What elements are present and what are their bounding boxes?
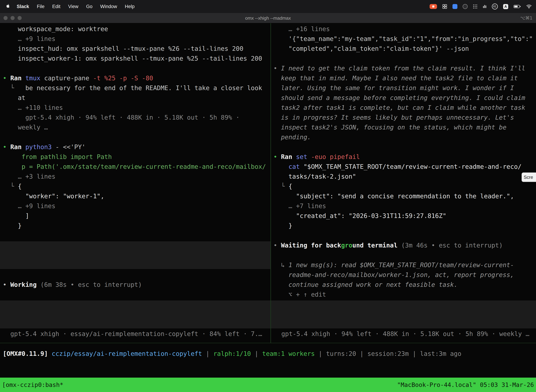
terminal-line: } bbox=[273, 221, 536, 231]
terminal-line: … +9 lines bbox=[3, 34, 270, 44]
text-segment: capture-pane bbox=[44, 75, 93, 82]
window-grid-icon[interactable] bbox=[442, 4, 447, 9]
terminal-line: gpt-5.4 xhigh · 94% left · 488K in · 5.1… bbox=[3, 112, 270, 122]
text-segment: ⌥ + ↑ edit bbox=[273, 291, 326, 298]
text-segment bbox=[37, 281, 40, 288]
menu-file[interactable]: File bbox=[33, 0, 48, 13]
macos-menu-bar: Slack File Edit View Go Window Help 61 A bbox=[0, 0, 536, 13]
terminal-pane-right[interactable]: … +16 lines '{"team_name":"my-team","tas… bbox=[271, 23, 536, 343]
terminal-content: workspace_mode: worktree … +9 lines insp… bbox=[0, 23, 536, 378]
composer-input-right[interactable]: › Explain this codebase bbox=[271, 300, 536, 328]
terminal-line bbox=[273, 250, 536, 260]
text-segment: inspect_hud: omx sparkshell --tmux-pane … bbox=[3, 45, 243, 52]
terminal-line bbox=[3, 63, 270, 73]
terminal-line: • I need to get the claim token from the… bbox=[273, 63, 536, 73]
text-segment: readme-and-reco/mailbox/worker-1.json, a… bbox=[273, 271, 514, 278]
terminal-line: '{"team_name":"my-team","task_id":"1","f… bbox=[273, 34, 536, 44]
blue-app-icon[interactable] bbox=[452, 4, 457, 9]
text-segment: … +16 lines bbox=[273, 25, 330, 33]
text-segment: | bbox=[356, 350, 367, 357]
menu-window[interactable]: Window bbox=[96, 0, 121, 13]
text-segment: session:23m bbox=[367, 350, 409, 357]
apple-menu[interactable] bbox=[4, 0, 13, 13]
text-segment: (6m 38s • esc to interrupt) bbox=[40, 281, 142, 288]
text-segment: Ran bbox=[10, 143, 25, 150]
dots-grid-icon[interactable] bbox=[473, 4, 478, 9]
terminal-line: "completed","claim_token":"claim-token"}… bbox=[273, 44, 536, 54]
text-segment: tasks/task-2.json" bbox=[273, 173, 356, 180]
terminal-line: inspect task2's JSON, focusing on the st… bbox=[273, 122, 536, 132]
text-segment: '{"team_name":"my-team","task_id":"1","f… bbox=[273, 35, 533, 42]
terminal-line: later. Using the same for transition mig… bbox=[273, 83, 536, 93]
terminal-line: • Waiting for background terminal (3m 46… bbox=[273, 240, 536, 250]
window-titlebar[interactable]: omx --xhigh --madmax ⌥⌘1 bbox=[0, 13, 536, 23]
titlebar-shortcut: ⌥⌘1 bbox=[520, 13, 532, 23]
window-title: omx --xhigh --madmax bbox=[0, 13, 536, 23]
text-segment: Waiting for back bbox=[281, 242, 341, 249]
wifi-icon[interactable] bbox=[526, 5, 532, 9]
gauge-icon[interactable]: 61 bbox=[492, 4, 498, 9]
menu-app-name[interactable]: Slack bbox=[13, 0, 33, 13]
terminal-line: ↳ 1 new msg(s): read $OMX_TEAM_STATE_ROO… bbox=[273, 260, 536, 270]
menu-edit[interactable]: Edit bbox=[48, 0, 64, 13]
terminal-line: pending. bbox=[273, 132, 536, 142]
terminal-line: … +7 lines bbox=[273, 201, 536, 211]
text-segment: inspect_worker-1: omx sparkshell --tmux-… bbox=[3, 55, 262, 62]
screen-recording-icon[interactable] bbox=[430, 4, 437, 9]
terminal-line: ⌥ + ↑ edit bbox=[273, 289, 536, 299]
text-segment: [OMX#0.11.9] bbox=[3, 350, 48, 357]
terminal-line: should send a message before completing … bbox=[273, 93, 536, 103]
terminal-line: └ be necessary for the end of the README… bbox=[3, 83, 270, 93]
menu-help[interactable]: Help bbox=[121, 0, 139, 13]
terminal-line: … +3 lines bbox=[3, 172, 270, 182]
terminal-pane-left[interactable]: workspace_mode: worktree … +9 lines insp… bbox=[0, 23, 270, 343]
terminal-line: inspect_hud: omx sparkshell --tmux-pane … bbox=[3, 44, 270, 54]
text-segment: ] bbox=[3, 212, 29, 219]
text-segment: (3m 46s • esc to interrupt) bbox=[401, 242, 503, 249]
text-segment: ↳ bbox=[273, 261, 289, 269]
text-segment: be necessary for the end of the README. … bbox=[25, 84, 262, 92]
terminal-line: ] bbox=[3, 211, 270, 221]
text-segment: continue assigned work or next feasible … bbox=[273, 281, 458, 288]
pane-divider-horizontal[interactable] bbox=[0, 343, 536, 343]
terminal-line: } bbox=[3, 221, 270, 231]
text-segment bbox=[48, 350, 52, 357]
omx-hud-status: [OMX#0.11.9] cczip/essay/ai-reimplementa… bbox=[3, 349, 536, 359]
menu-view[interactable]: View bbox=[64, 0, 82, 13]
text-segment: turns:20 bbox=[326, 350, 356, 357]
terminal-line: "worker": "worker-1", bbox=[3, 191, 270, 201]
terminal-line bbox=[273, 142, 536, 152]
text-segment: should send a message before completing … bbox=[273, 94, 525, 101]
terminal-line bbox=[273, 54, 536, 63]
terminal-line: "created_at": "2026-03-31T11:59:27.816Z" bbox=[273, 211, 536, 221]
text-segment: "subject": "send a concise recommendatio… bbox=[273, 192, 514, 200]
menu-go[interactable]: Go bbox=[82, 0, 96, 13]
text-segment: -t %25 -p -S -80 bbox=[93, 75, 153, 82]
text-segment: keep that in mind. Maybe I also need the… bbox=[273, 75, 518, 82]
terminal-line: • Ran tmux capture-pane -t %25 -p -S -80 bbox=[3, 73, 270, 83]
text-segment: pending. bbox=[273, 134, 311, 141]
levels-icon[interactable] bbox=[483, 4, 487, 9]
terminal-line: from pathlib import Path bbox=[3, 152, 270, 162]
terminal-line: "subject": "send a concise recommendatio… bbox=[273, 191, 536, 201]
dark-app-icon[interactable] bbox=[463, 4, 468, 9]
text-segment: inspect task2's JSON, focusing on the st… bbox=[273, 124, 507, 131]
input-source-icon[interactable]: A bbox=[503, 4, 508, 9]
menu-bar-status-icons: 61 A bbox=[430, 4, 532, 9]
terminal-line: • Ran set -euo pipefail bbox=[273, 152, 536, 162]
battery-icon[interactable] bbox=[513, 5, 521, 9]
tmux-session-label[interactable]: [omx-cczip0:bash* bbox=[2, 381, 63, 388]
terminal-window: omx --xhigh --madmax ⌥⌘1 workspace_mode:… bbox=[0, 13, 536, 392]
screenshot-thumbnail-chip[interactable]: Scre bbox=[522, 173, 536, 182]
text-segment: ralph:1/10 bbox=[213, 350, 251, 357]
text-segment: - <<'PY' bbox=[55, 143, 86, 150]
text-segment: … +3 lines bbox=[3, 173, 55, 180]
text-segment: | bbox=[409, 350, 420, 357]
text-segment: later. Using the same for transition mig… bbox=[273, 84, 514, 92]
text-segment: cczip/essay/ai-reimplementation-copyleft bbox=[52, 350, 202, 357]
text-segment: … +110 lines bbox=[3, 104, 63, 111]
text-segment: at bbox=[3, 94, 25, 101]
text-segment: -euo pipefail bbox=[311, 153, 360, 160]
composer-input-left[interactable]: › Improve documentation in @filename bbox=[0, 300, 270, 328]
terminal-line: inspect_worker-1: omx sparkshell --tmux-… bbox=[3, 54, 270, 63]
